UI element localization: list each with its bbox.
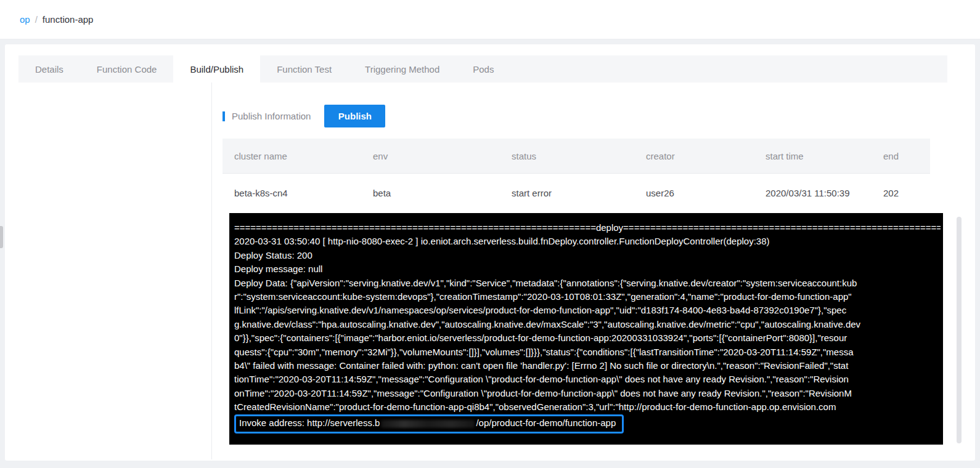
col-end-time: end xyxy=(872,151,930,161)
breadcrumb-current: function-app xyxy=(43,14,94,25)
col-creator: creator xyxy=(634,151,754,161)
invoke-address-suffix: /op/product-for-demo/function-app xyxy=(476,416,616,430)
log-line: 2020-03-31 03:50:40 [ http-nio-8080-exec… xyxy=(234,235,941,248)
cell-cluster-name: beta-k8s-cn4 xyxy=(223,188,361,198)
col-cluster-name: cluster name xyxy=(223,151,361,161)
tab-pods[interactable]: Pods xyxy=(456,55,510,83)
publish-button[interactable]: Publish xyxy=(324,105,385,127)
log-line: r":"system:serviceaccount:kube-system:de… xyxy=(234,290,941,304)
col-env: env xyxy=(361,151,500,161)
tab-function-code[interactable]: Function Code xyxy=(80,55,174,83)
col-start-time: start time xyxy=(754,151,872,161)
main-card: Details Function Code Build/Publish Func… xyxy=(5,44,975,461)
log-line: onTime":"2020-03-20T11:14:59Z","message"… xyxy=(234,387,941,400)
breadcrumb: op / function-app xyxy=(20,14,93,25)
tab-triggering-method[interactable]: Triggering Method xyxy=(348,55,456,83)
invoke-address-line[interactable]: Invoke address: http://serverless.b /op/… xyxy=(234,414,624,433)
publish-section-header: Publish Information Publish xyxy=(223,105,385,127)
cell-creator: user26 xyxy=(634,188,754,198)
vertical-scrollbar[interactable] xyxy=(957,217,962,443)
log-line: quests":{"cpu":"30m","memory":"32Mi"}},"… xyxy=(234,345,941,359)
log-line: tCreatedRevisionName":"product-for-demo-… xyxy=(234,400,941,414)
panel-divider xyxy=(211,83,212,459)
breadcrumb-link-op[interactable]: op xyxy=(20,14,30,25)
cell-end-time: 202 xyxy=(872,188,930,198)
tab-bar: Details Function Code Build/Publish Func… xyxy=(18,55,947,83)
col-status: status xyxy=(500,151,634,161)
log-line: tionTime":"2020-03-20T11:14:59Z","messag… xyxy=(234,373,941,386)
invoke-address-prefix: Invoke address: http://serverless.b xyxy=(239,416,380,430)
log-line: Deploy Data: {"apiVersion":"serving.knat… xyxy=(234,276,941,290)
table-header-row: cluster name env status creator start ti… xyxy=(223,139,930,174)
log-line: ========================================… xyxy=(234,221,941,235)
top-bar: op / function-app xyxy=(0,0,980,39)
tab-build-publish[interactable]: Build/Publish xyxy=(173,55,260,83)
log-line: b4\" failed with message: Container fail… xyxy=(234,359,941,373)
cell-env: beta xyxy=(361,188,500,198)
breadcrumb-separator: / xyxy=(35,14,38,25)
log-line: lfLink":"/apis/serving.knative.dev/v1/na… xyxy=(234,304,941,317)
section-title: Publish Information xyxy=(232,111,311,121)
log-line: 0"}},"spec":{"containers":[{"image":"har… xyxy=(234,331,941,345)
deploy-log-terminal[interactable]: ========================================… xyxy=(229,213,943,445)
tab-function-test[interactable]: Function Test xyxy=(260,55,348,83)
left-scrollbar-fragment[interactable] xyxy=(0,226,3,248)
cell-start-time: 2020/03/31 11:50:39 xyxy=(754,188,872,198)
publish-table: cluster name env status creator start ti… xyxy=(223,139,930,212)
cell-status: start error xyxy=(500,188,634,198)
table-row[interactable]: beta-k8s-cn4 beta start error user26 202… xyxy=(223,174,930,212)
log-line: Deploy message: null xyxy=(234,262,941,276)
tab-details[interactable]: Details xyxy=(18,55,80,83)
log-line: g.knative.dev/class":"hpa.autoscaling.kn… xyxy=(234,318,941,331)
log-line: Deploy Status: 200 xyxy=(234,249,941,262)
section-accent-bar xyxy=(223,111,225,121)
redacted-blur xyxy=(381,420,475,428)
